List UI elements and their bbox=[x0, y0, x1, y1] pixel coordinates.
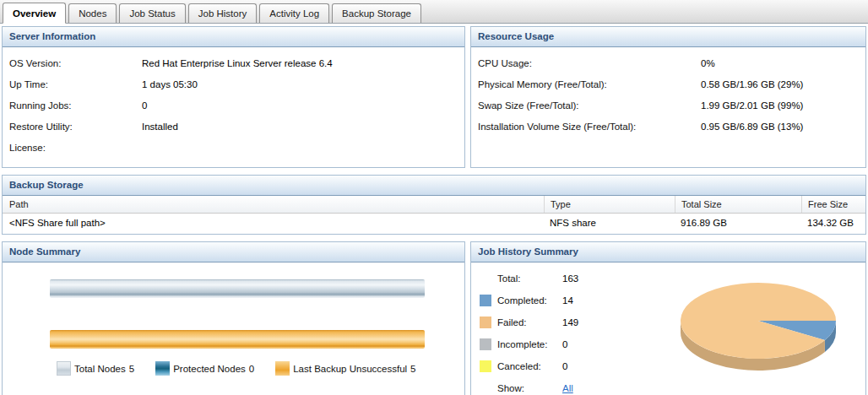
tab-activity-log[interactable]: Activity Log bbox=[259, 3, 329, 23]
stat-row-total: Total: 163 bbox=[480, 268, 578, 289]
info-label: License: bbox=[9, 143, 142, 153]
info-row-physical-memory: Physical Memory (Free/Total): 0.58 GB/1.… bbox=[478, 73, 859, 95]
tab-nodes[interactable]: Nodes bbox=[68, 3, 117, 23]
resource-usage-panel: Resource Usage CPU Usage: 0% Physical Me… bbox=[470, 26, 866, 168]
stat-row-completed: Completed: 14 bbox=[480, 289, 578, 311]
legend-item-total-nodes: Total Nodes 5 bbox=[57, 361, 134, 376]
stat-value: 0 bbox=[562, 339, 567, 349]
legend-label: Protected Nodes bbox=[173, 364, 246, 374]
tab-backup-storage[interactable]: Backup Storage bbox=[332, 3, 421, 23]
show-label: Show: bbox=[497, 383, 562, 393]
backup-storage-panel: Backup Storage Path Type Total Size Free… bbox=[2, 175, 866, 235]
stat-value: 14 bbox=[562, 295, 573, 306]
legend-item-protected-nodes: Protected Nodes 0 bbox=[155, 361, 254, 376]
cell-path: <NFS Share full path> bbox=[3, 214, 544, 232]
info-value: 1.99 GB/2.01 GB (99%) bbox=[701, 100, 803, 111]
bar-last-backup-unsuccessful bbox=[50, 330, 425, 349]
column-header-type[interactable]: Type bbox=[544, 196, 675, 213]
server-information-panel: Server Information OS Version: Red Hat E… bbox=[2, 26, 465, 168]
node-summary-title: Node Summary bbox=[3, 242, 464, 262]
stat-label: Failed: bbox=[497, 317, 562, 327]
info-value: Red Hat Enterprise Linux Server release … bbox=[142, 58, 333, 68]
node-summary-legend: Total Nodes 5 Protected Nodes 0 Last Bac… bbox=[57, 361, 416, 376]
table-row[interactable]: <NFS Share full path> NFS share 916.89 G… bbox=[3, 214, 865, 232]
info-value: 0% bbox=[701, 58, 715, 68]
node-summary-panel: Node Summary Total Nodes 5 Protected Nod… bbox=[2, 241, 465, 395]
info-row-installation-volume: Installation Volume Size (Free/Total): 0… bbox=[478, 116, 859, 137]
legend-label: Total Nodes bbox=[74, 364, 126, 374]
info-value: 0 bbox=[142, 100, 147, 111]
stat-value: 0 bbox=[562, 361, 567, 371]
bar-total-nodes bbox=[50, 279, 425, 298]
tab-job-status[interactable]: Job Status bbox=[119, 3, 185, 23]
stat-row-canceled: Canceled: 0 bbox=[480, 355, 578, 377]
stat-label: Incomplete: bbox=[497, 339, 562, 349]
backup-storage-table-header: Path Type Total Size Free Size bbox=[3, 196, 865, 214]
legend-label: Last Backup Unsuccessful bbox=[293, 364, 407, 374]
info-row-license: License: bbox=[9, 137, 458, 158]
column-header-total-size[interactable]: Total Size bbox=[675, 196, 801, 213]
job-history-summary-title: Job History Summary bbox=[471, 242, 865, 262]
info-row-up-time: Up Time: 1 days 05:30 bbox=[9, 73, 458, 95]
info-row-cpu-usage: CPU Usage: 0% bbox=[478, 52, 859, 73]
info-label: Physical Memory (Free/Total): bbox=[478, 79, 701, 89]
cell-type: NFS share bbox=[544, 214, 675, 232]
info-row-running-jobs: Running Jobs: 0 bbox=[9, 95, 458, 116]
job-history-summary-panel: Job History Summary Total: 163 Completed… bbox=[470, 241, 866, 395]
legend-swatch-canceled bbox=[480, 360, 491, 372]
info-row-restore-utility: Restore Utility: Installed bbox=[9, 116, 458, 137]
cell-free-size: 134.32 GB bbox=[801, 214, 865, 232]
info-label: Up Time: bbox=[9, 79, 142, 89]
column-header-free-size[interactable]: Free Size bbox=[801, 196, 865, 213]
resource-usage-title: Resource Usage bbox=[471, 27, 865, 47]
info-value: 0.58 GB/1.96 GB (29%) bbox=[701, 79, 803, 89]
info-row-os-version: OS Version: Red Hat Enterprise Linux Ser… bbox=[9, 52, 458, 73]
tab-bar: Overview Nodes Job Status Job History Ac… bbox=[0, 0, 868, 24]
legend-swatch-incomplete bbox=[480, 338, 491, 350]
legend-swatch-completed bbox=[480, 295, 491, 306]
info-value: 0.95 GB/6.89 GB (13%) bbox=[701, 122, 803, 132]
show-all-link[interactable]: All bbox=[562, 383, 573, 393]
legend-value: 5 bbox=[410, 364, 415, 374]
info-label: Installation Volume Size (Free/Total): bbox=[478, 122, 701, 132]
legend-value: 0 bbox=[249, 364, 254, 374]
cell-total-size: 916.89 GB bbox=[675, 214, 801, 232]
backup-storage-title: Backup Storage bbox=[3, 176, 865, 196]
info-label: Running Jobs: bbox=[9, 100, 142, 111]
column-header-path[interactable]: Path bbox=[3, 196, 544, 213]
info-label: Swap Size (Free/Total): bbox=[478, 100, 701, 111]
app-window: Overview Nodes Job Status Job History Ac… bbox=[0, 0, 868, 395]
legend-swatch-total-nodes bbox=[57, 361, 71, 376]
legend-swatch-last-backup-unsuccessful bbox=[275, 361, 290, 376]
stat-row-failed: Failed: 149 bbox=[480, 311, 578, 333]
info-row-swap-size: Swap Size (Free/Total): 1.99 GB/2.01 GB … bbox=[478, 95, 859, 116]
node-summary-chart: Total Nodes 5 Protected Nodes 0 Last Bac… bbox=[3, 262, 464, 395]
info-label: OS Version: bbox=[9, 58, 142, 68]
stat-value: 163 bbox=[562, 273, 578, 284]
stat-label: Completed: bbox=[497, 295, 562, 306]
stat-row-incomplete: Incomplete: 0 bbox=[480, 333, 578, 355]
legend-item-last-backup-unsuccessful: Last Backup Unsuccessful 5 bbox=[275, 361, 415, 376]
stat-row-show: Show: All bbox=[480, 377, 578, 395]
tab-job-history[interactable]: Job History bbox=[188, 3, 258, 23]
info-value: 1 days 05:30 bbox=[142, 79, 198, 89]
tab-overview[interactable]: Overview bbox=[3, 3, 66, 24]
stat-value: 149 bbox=[562, 317, 578, 327]
info-label: CPU Usage: bbox=[478, 58, 701, 68]
legend-value: 5 bbox=[129, 364, 134, 374]
job-history-pie-chart bbox=[670, 271, 866, 395]
info-label: Restore Utility: bbox=[9, 122, 142, 132]
legend-swatch-failed bbox=[480, 317, 491, 328]
server-information-title: Server Information bbox=[3, 27, 464, 47]
stat-label: Canceled: bbox=[497, 361, 562, 371]
stat-label: Total: bbox=[497, 273, 562, 284]
info-value: Installed bbox=[142, 122, 178, 132]
job-history-legend: Total: 163 Completed: 14 Failed: 149 bbox=[480, 268, 578, 395]
legend-swatch-protected-nodes bbox=[155, 361, 170, 376]
